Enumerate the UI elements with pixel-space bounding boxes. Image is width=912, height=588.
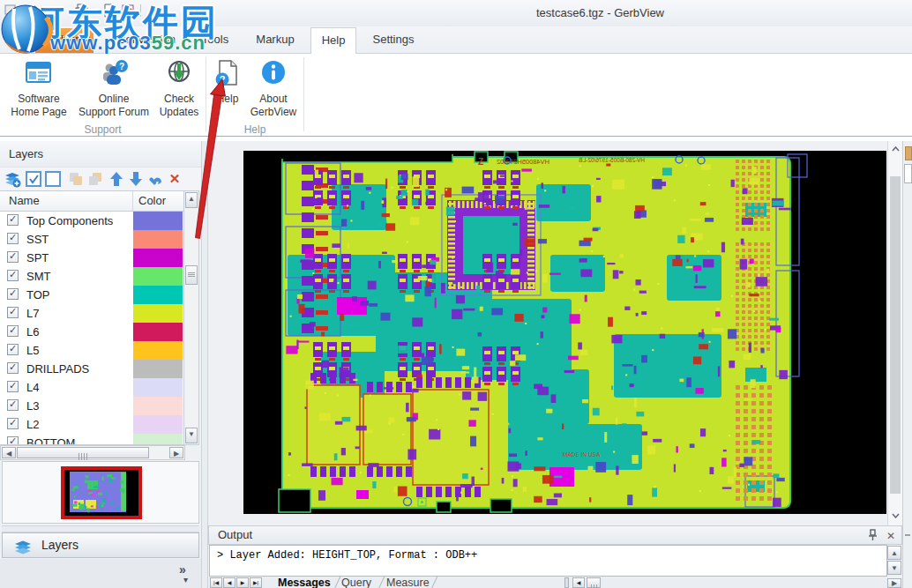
check-updates-button[interactable]: Check Updates	[155, 56, 203, 132]
pcb-canvas[interactable]: Z HV48005H2T2/02 HV-280-B005-1976/02-LB …	[243, 151, 886, 514]
column-name[interactable]: Name	[9, 194, 40, 207]
tab-markup[interactable]: Markup	[247, 28, 303, 51]
scroll-down-button[interactable]: ▼	[185, 428, 198, 443]
scroll-thumb[interactable]	[17, 447, 149, 458]
layer-color-swatch[interactable]	[133, 249, 183, 267]
layer-visibility-checkbox[interactable]: ✓	[7, 381, 19, 392]
first-tab-button[interactable]: |◀	[210, 577, 222, 588]
layer-visibility-checkbox[interactable]: ✓	[7, 344, 19, 355]
online-support-forum-button[interactable]: ? Online Support Forum	[74, 56, 153, 132]
layer-color-swatch[interactable]	[133, 304, 183, 323]
scroll-up-button[interactable]: ▲	[887, 546, 901, 560]
print-icon[interactable]	[74, 3, 90, 19]
layer-color-swatch[interactable]	[133, 415, 183, 434]
scroll-up-button[interactable]: ▲	[185, 192, 198, 208]
layer-visibility-checkbox[interactable]: ✓	[7, 325, 19, 337]
layer-color-swatch[interactable]	[133, 230, 183, 249]
table-row[interactable]: ✓SPT	[0, 249, 183, 267]
scroll-thumb[interactable]	[890, 176, 901, 494]
add-layer-icon[interactable]	[4, 170, 21, 188]
delete-layer-icon[interactable]: ✕	[166, 170, 183, 188]
docked-tab-icon[interactable]	[905, 146, 912, 160]
last-tab-button[interactable]: ▶|	[250, 577, 262, 588]
layer-color-swatch[interactable]	[133, 286, 183, 304]
scroll-thumb[interactable]	[185, 265, 198, 285]
table-row[interactable]: ✓SST	[0, 230, 183, 249]
layer-color-swatch[interactable]	[133, 434, 183, 445]
table-row[interactable]: ✓L3	[0, 397, 183, 415]
board-thumbnail[interactable]	[61, 466, 142, 519]
send-backward-icon[interactable]	[86, 170, 104, 188]
scroll-down-button[interactable]: ▼	[887, 561, 901, 575]
layer-color-swatch[interactable]	[133, 397, 183, 415]
tab-help[interactable]: Help	[310, 27, 356, 54]
table-row[interactable]: ✓L7	[0, 304, 183, 323]
layer-visibility-checkbox[interactable]: ✓	[7, 214, 19, 226]
table-row[interactable]: ✓SMT	[0, 267, 183, 286]
more-options-arrow[interactable]: ▾	[183, 575, 188, 584]
splitter-handle[interactable]	[905, 534, 910, 536]
app-menu-icon[interactable]	[4, 3, 19, 19]
settings-wrench-icon[interactable]	[146, 170, 164, 188]
about-gerbview-button[interactable]: About GerbView	[247, 56, 300, 132]
layer-visibility-checkbox[interactable]: ✓	[7, 251, 19, 263]
next-tab-button[interactable]: ▶	[236, 577, 249, 588]
check-all-icon[interactable]	[25, 170, 42, 188]
table-row[interactable]: ✓TOP	[0, 286, 183, 304]
layer-color-swatch[interactable]	[133, 267, 183, 286]
layer-color-swatch[interactable]	[133, 341, 183, 360]
layers-vscrollbar[interactable]: ▲ ▼	[183, 190, 199, 445]
layers-hscrollbar[interactable]: ◀ ▶	[0, 445, 185, 460]
table-row[interactable]: ✓BOTTOM	[0, 434, 183, 445]
layer-visibility-checkbox[interactable]: ✓	[7, 436, 19, 445]
scroll-right-button[interactable]: ▶	[169, 447, 183, 458]
layer-color-swatch[interactable]	[133, 323, 183, 341]
tab-query[interactable]: Query	[341, 577, 371, 588]
scroll-left-button[interactable]: ◀	[2, 447, 16, 458]
export-icon[interactable]	[102, 3, 118, 19]
layer-visibility-checkbox[interactable]: ✓	[7, 418, 19, 429]
tabstrip-thumb[interactable]	[587, 577, 601, 588]
tab-measure[interactable]: Measure	[386, 577, 430, 588]
tabstrip-splitter[interactable]	[564, 577, 569, 588]
layer-visibility-checkbox[interactable]: ✓	[7, 288, 19, 300]
scroll-right-button[interactable]: ▶	[887, 578, 901, 588]
layer-visibility-checkbox[interactable]: ✓	[7, 233, 19, 244]
markup-icon[interactable]	[121, 3, 137, 19]
layer-visibility-checkbox[interactable]: ✓	[7, 399, 19, 411]
main-vscrollbar[interactable]	[887, 141, 902, 525]
panel-main-splitter[interactable]	[201, 141, 208, 588]
scroll-tabs-left-button[interactable]: ◀	[572, 577, 585, 588]
tab-settings[interactable]: Settings	[363, 28, 423, 51]
docked-tab[interactable]	[904, 164, 912, 183]
panel-splitter[interactable]	[2, 525, 199, 532]
tab-home[interactable]: Home	[51, 28, 101, 51]
table-row[interactable]: ✓L2	[0, 415, 183, 434]
column-color[interactable]: Color	[138, 194, 166, 207]
tab-tools[interactable]: Tools	[191, 28, 240, 51]
layer-visibility-checkbox[interactable]: ✓	[7, 270, 19, 281]
move-up-icon[interactable]	[108, 170, 125, 188]
layer-color-swatch[interactable]	[133, 360, 183, 378]
table-row[interactable]: ✓L4	[0, 378, 183, 397]
output-vscrollbar[interactable]: ▲ ▼	[887, 546, 902, 576]
output-log[interactable]: > Layer Added: HEIGHT_TOP, Format : ODB+…	[209, 545, 887, 577]
table-row[interactable]: ✓L6	[0, 323, 183, 341]
layers-panel-button[interactable]: Layers	[2, 532, 199, 558]
layer-visibility-checkbox[interactable]: ✓	[7, 307, 19, 318]
close-icon[interactable]: ✕	[886, 527, 895, 545]
layer-color-swatch[interactable]	[133, 212, 183, 230]
tab-conversion[interactable]: Conversion	[108, 28, 185, 51]
uncheck-all-icon[interactable]	[44, 170, 62, 188]
table-row[interactable]: ✓DRILLPADS	[0, 360, 183, 378]
pin-icon[interactable]	[867, 529, 878, 547]
help-button[interactable]: ? Help	[210, 56, 245, 132]
move-down-icon[interactable]	[127, 170, 145, 188]
layer-color-swatch[interactable]	[133, 378, 183, 397]
bring-forward-icon[interactable]	[67, 170, 85, 188]
table-row[interactable]: ✓Top Components	[0, 212, 183, 230]
tab-messages[interactable]: Messages	[278, 577, 331, 588]
software-home-page-button[interactable]: Software Home Page	[5, 56, 72, 132]
prev-tab-button[interactable]: ◀	[223, 577, 235, 588]
layer-visibility-checkbox[interactable]: ✓	[7, 362, 19, 374]
